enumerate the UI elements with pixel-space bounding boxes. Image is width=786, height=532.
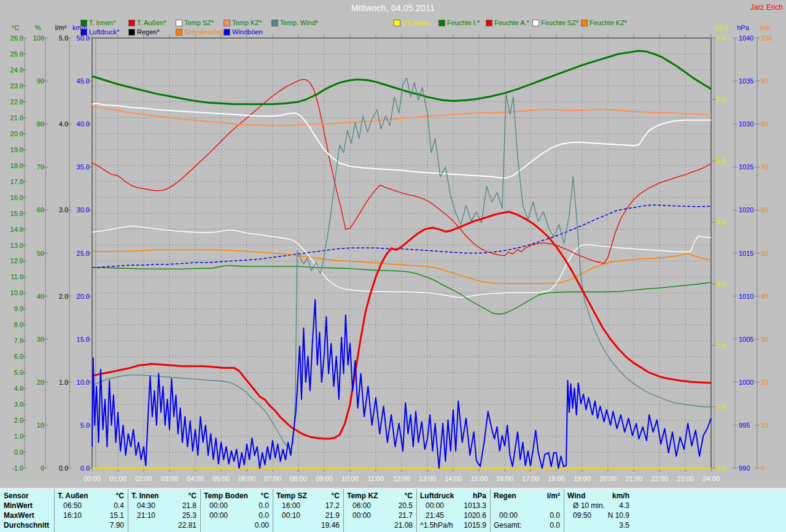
axis-tick-label: 45.0	[77, 77, 90, 85]
legend-item-t_aussen[interactable]: T. Außen*	[129, 19, 166, 26]
min-value-temp_sz: 17.2	[325, 501, 343, 510]
x-tick-label: 04:00	[187, 475, 204, 482]
avg-value-temp_sz: 19.46	[321, 521, 343, 530]
axis-tick-label: 13.0	[10, 242, 23, 249]
row-header-maxwert: MaxWert	[0, 511, 53, 520]
axis-tick-label: 80	[761, 120, 768, 128]
legend-swatch-temp_wind	[272, 20, 278, 26]
axis-tick-label: 20	[761, 379, 768, 386]
legend-item-feuchte_kz[interactable]: Feuchte KZ*	[582, 19, 627, 26]
axis-header-c: °C	[12, 24, 19, 31]
legend-item-luftdruck[interactable]: Luftdruck*	[81, 28, 120, 36]
max-time-wind: 09:50	[564, 511, 591, 520]
legend-label-regen: Regen*	[137, 28, 160, 36]
axis-tick-label: 17.0	[10, 178, 23, 185]
table-col-temp_boden: Temp Boden°C00:000.000:000.00.00	[200, 489, 272, 532]
legend-item-uv_index[interactable]: UV Index	[394, 19, 430, 26]
x-tick-label: 16:00	[496, 475, 513, 482]
axis-tick-label: 1040	[739, 34, 753, 42]
axis-tick-label: 70	[37, 163, 44, 171]
legend-label-feuchte_sz: Feuchte SZ*	[541, 19, 578, 26]
axis-tick-label: 4.0	[59, 120, 68, 128]
axis-tick-label: 25.0	[77, 250, 90, 257]
legend-item-temp_kz[interactable]: Temp KZ*	[224, 19, 262, 26]
axis-tick-label: 19.0	[10, 146, 23, 153]
axis-tick-label: 100	[33, 34, 44, 42]
axis-tick-label: 22.0	[10, 98, 23, 106]
col-name-temp_boden: Temp Boden	[201, 492, 248, 500]
x-tick-label: 10:00	[341, 475, 359, 482]
plot-area[interactable]	[92, 38, 711, 468]
legend-item-feuchte_a[interactable]: Feuchte A.*	[486, 19, 529, 26]
axis-tick-label: 1015	[739, 250, 753, 257]
axis-tick-label: 25.0	[10, 50, 23, 58]
table-col-t_innen: T. Innen°C04:3021.821:1025.322.81	[128, 489, 200, 532]
max-time-temp_boden: 00:00	[201, 511, 228, 520]
col-name-wind: Wind	[564, 492, 585, 500]
min-time-luftdruck: 00:00	[417, 501, 444, 510]
axis-tick-label: 8.0	[14, 321, 23, 328]
axis-tick-label: 10	[37, 422, 44, 429]
axis-tick-label: 1025	[739, 163, 753, 171]
axis-tick-label: 50	[37, 250, 44, 257]
axis-tick-label: 100	[761, 34, 772, 42]
legend-item-temp_wind[interactable]: Temp. Wind*	[272, 19, 318, 26]
axis-tick-label: 40	[37, 293, 44, 300]
legend-item-t_innen[interactable]: T. Innen*	[81, 19, 115, 26]
table-col-t_aussen: T. Außen°C06:500.416:1015.17.90	[54, 489, 127, 532]
min-value-t_aussen: 0.4	[114, 501, 128, 510]
axis-tick-label: 60	[37, 206, 44, 214]
min-time-temp_sz: 16:00	[273, 501, 300, 510]
legend-swatch-feuchte_kz	[582, 20, 587, 26]
table-col-wind: Windkm/hØ 10 min.4.309:50N 10.93.5	[564, 489, 786, 532]
table-col-regen: Regenl/m²00:000.0Gesamt:0.0	[490, 489, 563, 532]
min-value-t_innen: 21.8	[182, 501, 200, 510]
row-header-sensor: Sensor	[0, 491, 53, 501]
axis-tick-label: 0.0	[716, 465, 725, 472]
legend-swatch-temp_kz	[224, 20, 230, 26]
axis-tick-label: 5.0	[716, 157, 725, 164]
legend-swatch-luftdruck	[81, 29, 87, 35]
col-name-temp_sz: Temp SZ	[273, 492, 307, 500]
legend-swatch-feuchte_sz	[533, 20, 539, 26]
avg-value-t_aussen: 7.90	[110, 521, 128, 530]
axis-tick-label: 90	[761, 77, 768, 85]
x-tick-label: 20:00	[599, 475, 617, 482]
axis-tick-label: 7.0	[14, 337, 23, 344]
axis-tick-label: 20.0	[77, 293, 90, 300]
axis-tick-label: 0	[761, 465, 765, 472]
legend-item-feuchte_sz[interactable]: Feuchte SZ*	[533, 19, 578, 26]
legend-label-temp_sz: Temp SZ*	[184, 19, 214, 26]
legend-item-feuchte_i[interactable]: Feuchte I.*	[439, 19, 480, 26]
axis-tick-label: 1005	[739, 336, 753, 343]
axis-tick-label: 2.0	[59, 293, 68, 300]
max-time-t_aussen: 16:10	[55, 511, 82, 520]
max-value-temp_boden: 0.0	[259, 511, 273, 520]
legend-item-temp_sz[interactable]: Temp SZ*	[176, 19, 214, 26]
legend-swatch-temp_sz	[176, 20, 182, 26]
axis-tick-label: 70	[761, 163, 768, 171]
legend-item-regen[interactable]: Regen*	[129, 28, 160, 36]
avg-value-t_innen: 22.81	[178, 521, 200, 530]
x-tick-label: 12:00	[393, 475, 410, 482]
legend-item-windboeen[interactable]: Windböen	[224, 28, 263, 36]
avg-label-regen: Gesamt:	[491, 521, 521, 530]
legend-label-sonnenschein: Sonnenschein	[184, 28, 227, 36]
max-value-temp_sz: 21.9	[325, 511, 343, 520]
x-tick-label: 21:00	[625, 475, 642, 482]
max-time-temp_kz: 00:00	[344, 511, 371, 520]
min-time-temp_boden: 00:00	[201, 501, 228, 510]
legend-swatch-uv_index	[394, 20, 400, 26]
legend-item-sonnenschein[interactable]: Sonnenschein	[176, 28, 227, 36]
table-col-temp_kz: Temp KZ°C06:0020.500:0021.721.08	[343, 489, 416, 532]
col-unit-temp_boden: °C	[261, 492, 273, 500]
avg-value-wind: 3.5	[619, 521, 633, 530]
axis-header-pct: %	[35, 24, 41, 31]
x-tick-label: 11:00	[368, 475, 384, 482]
avg-value-luftdruck: 1015.9	[464, 521, 490, 530]
legend-label-feuchte_kz: Feuchte KZ*	[590, 19, 627, 26]
axis-tick-label: 10.0	[10, 289, 23, 296]
axis-header-hpa: hPa	[737, 24, 749, 31]
weather-chart-window: Mittwoch, 04.05.2011 Jarz Erich °C26.025…	[0, 0, 786, 488]
col-unit-temp_sz: °C	[332, 492, 343, 500]
